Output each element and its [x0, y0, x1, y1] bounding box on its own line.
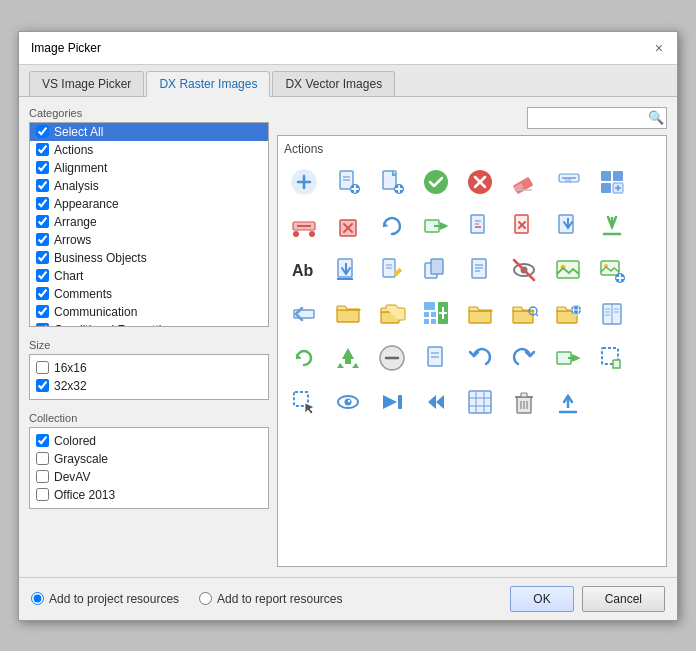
category-check-actions[interactable]	[36, 143, 49, 156]
category-select-all[interactable]: Select All	[30, 123, 268, 141]
category-check-conditional-formatting[interactable]	[36, 323, 49, 327]
category-arrange[interactable]: Arrange	[30, 213, 268, 231]
search-button[interactable]: 🔍	[648, 110, 664, 125]
collection-colored-check[interactable]	[36, 434, 49, 447]
category-check-business-objects[interactable]	[36, 251, 49, 264]
category-communication[interactable]: Communication	[30, 303, 268, 321]
category-chart[interactable]: Chart	[30, 267, 268, 285]
icon-cut-red[interactable]	[284, 206, 324, 246]
tab-vs-image-picker[interactable]: VS Image Picker	[29, 71, 144, 96]
size-16x16-row[interactable]: 16x16	[36, 359, 262, 377]
radio-report-input[interactable]	[199, 592, 212, 605]
collection-devav-row[interactable]: DevAV	[36, 468, 262, 486]
cancel-button[interactable]: Cancel	[582, 586, 665, 612]
icon-close-circle[interactable]	[460, 162, 500, 202]
category-arrows[interactable]: Arrows	[30, 231, 268, 249]
icon-add-page[interactable]	[372, 162, 412, 202]
icon-edit-pencil[interactable]	[372, 250, 412, 290]
radio-project-resources[interactable]: Add to project resources	[31, 592, 179, 606]
icon-folder-internet[interactable]	[548, 294, 588, 334]
icon-folder-search[interactable]	[504, 294, 544, 334]
icon-redo[interactable]	[504, 338, 544, 378]
icon-add-circle[interactable]	[284, 162, 324, 202]
icon-select-dashed[interactable]	[592, 338, 632, 378]
icon-trash[interactable]	[504, 382, 544, 422]
icon-page-blank[interactable]	[416, 338, 456, 378]
collection-devav-check[interactable]	[36, 470, 49, 483]
icon-select-cursor[interactable]	[284, 382, 324, 422]
icon-add-image[interactable]	[592, 250, 632, 290]
icon-eye-crossed[interactable]	[504, 250, 544, 290]
category-check-communication[interactable]	[36, 305, 49, 318]
tab-dx-vector-images[interactable]: DX Vector Images	[272, 71, 395, 96]
icon-grid-add[interactable]	[592, 162, 632, 202]
icon-eraser[interactable]	[504, 162, 544, 202]
category-check-appearance[interactable]	[36, 197, 49, 210]
collection-office2013-row[interactable]: Office 2013	[36, 486, 262, 504]
icon-copy-double[interactable]	[416, 250, 456, 290]
category-check-arrange[interactable]	[36, 215, 49, 228]
icon-eye[interactable]	[328, 382, 368, 422]
icon-download-arrow[interactable]	[328, 250, 368, 290]
collection-colored-row[interactable]: Colored	[36, 432, 262, 450]
icon-export-right[interactable]	[416, 206, 456, 246]
icon-page-single[interactable]	[460, 250, 500, 290]
svg-point-104	[345, 398, 352, 405]
icons-panel[interactable]: Actions	[277, 135, 667, 567]
svg-rect-68	[601, 261, 619, 275]
close-button[interactable]: ×	[653, 40, 665, 56]
category-check-alignment[interactable]	[36, 161, 49, 174]
icon-download-green[interactable]	[592, 206, 632, 246]
collection-office2013-check[interactable]	[36, 488, 49, 501]
size-32x32-row[interactable]: 32x32	[36, 377, 262, 395]
icon-image[interactable]	[548, 250, 588, 290]
icon-book[interactable]	[592, 294, 632, 334]
tab-dx-raster-images[interactable]: DX Raster Images	[146, 71, 270, 97]
tab-bar: VS Image Picker DX Raster Images DX Vect…	[19, 65, 677, 97]
icon-add-document[interactable]	[328, 162, 368, 202]
icon-arrow-left[interactable]	[284, 294, 324, 334]
icon-check-circle[interactable]	[416, 162, 456, 202]
category-check-analysis[interactable]	[36, 179, 49, 192]
radio-project-input[interactable]	[31, 592, 44, 605]
icon-refresh-green[interactable]	[284, 338, 324, 378]
collection-grayscale-row[interactable]: Grayscale	[36, 450, 262, 468]
category-check-chart[interactable]	[36, 269, 49, 282]
category-check-comments[interactable]	[36, 287, 49, 300]
ok-button[interactable]: OK	[510, 586, 573, 612]
icon-text-ab[interactable]: Ab	[284, 250, 324, 290]
category-analysis[interactable]: Analysis	[30, 177, 268, 195]
icon-play-next[interactable]	[372, 382, 412, 422]
category-check-arrows[interactable]	[36, 233, 49, 246]
icon-table-grid[interactable]	[460, 382, 500, 422]
category-comments[interactable]: Comments	[30, 285, 268, 303]
icon-delete-red[interactable]	[328, 206, 368, 246]
icon-scissors[interactable]: %	[548, 162, 588, 202]
category-check-select-all[interactable]	[36, 125, 49, 138]
icon-folder-yellow[interactable]	[460, 294, 500, 334]
icon-folder-open[interactable]	[328, 294, 368, 334]
icon-download-blue[interactable]	[548, 206, 588, 246]
icon-undo[interactable]	[460, 338, 500, 378]
categories-list[interactable]: Select All Actions Alignment Analysis	[29, 122, 269, 327]
category-actions[interactable]: Actions	[30, 141, 268, 159]
icon-page-remove[interactable]	[460, 206, 500, 246]
category-business-objects[interactable]: Business Objects	[30, 249, 268, 267]
category-conditional-formatting[interactable]: Conditional Formatting	[30, 321, 268, 327]
search-input[interactable]	[527, 107, 667, 129]
collection-grayscale-check[interactable]	[36, 452, 49, 465]
icon-grid-expand[interactable]	[416, 294, 456, 334]
radio-report-resources[interactable]: Add to report resources	[199, 592, 342, 606]
icon-delete-page[interactable]	[504, 206, 544, 246]
category-alignment[interactable]: Alignment	[30, 159, 268, 177]
icon-export-arrow[interactable]	[548, 338, 588, 378]
size-32x32-check[interactable]	[36, 379, 49, 392]
icon-prev-next[interactable]	[416, 382, 456, 422]
category-appearance[interactable]: Appearance	[30, 195, 268, 213]
size-16x16-check[interactable]	[36, 361, 49, 374]
icon-folder-copy[interactable]	[372, 294, 412, 334]
icon-minus-circle[interactable]	[372, 338, 412, 378]
icon-upload[interactable]	[548, 382, 588, 422]
icon-refresh[interactable]	[372, 206, 412, 246]
icon-recycle[interactable]	[328, 338, 368, 378]
